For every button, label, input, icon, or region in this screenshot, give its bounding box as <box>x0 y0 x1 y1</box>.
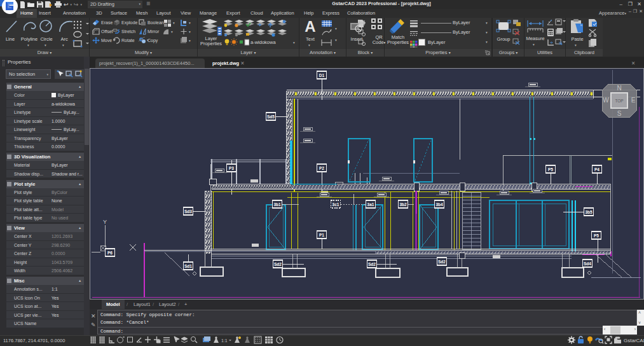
svg-text:Sd2: Sd2 <box>368 262 376 266</box>
svg-text:P3: P3 <box>229 166 234 170</box>
svg-text:TOP: TOP <box>615 99 623 103</box>
svg-text:Sd3: Sd3 <box>184 209 192 214</box>
svg-text:Sd5: Sd5 <box>267 114 275 119</box>
svg-text:Sd4: Sd4 <box>584 261 591 266</box>
svg-text:3b2: 3b2 <box>399 202 407 207</box>
svg-text:Sd2: Sd2 <box>438 260 446 264</box>
svg-text:P6: P6 <box>107 251 113 255</box>
svg-text:W: W <box>603 97 609 104</box>
svg-text:3c1: 3c1 <box>332 202 339 207</box>
svg-text:P5: P5 <box>594 233 599 238</box>
svg-text:P5: P5 <box>548 167 553 172</box>
svg-text:P4: P4 <box>594 167 599 172</box>
svg-text:3b1: 3b1 <box>273 202 281 207</box>
svg-text:N: N <box>617 85 621 92</box>
svg-text:Sd1: Sd1 <box>184 264 192 268</box>
svg-text:E: E <box>631 97 636 104</box>
svg-text:1:1: 1:1 <box>221 338 228 343</box>
svg-text:P2: P2 <box>319 166 324 170</box>
svg-text:3b4: 3b4 <box>435 202 443 207</box>
svg-text:3a1: 3a1 <box>367 202 374 207</box>
svg-text:S: S <box>617 110 622 117</box>
svg-text:Sd2: Sd2 <box>274 262 282 266</box>
svg-text:Y: Y <box>103 219 107 225</box>
svg-text:3b5: 3b5 <box>585 210 593 214</box>
svg-text:D1: D1 <box>319 73 325 78</box>
svg-text:P1: P1 <box>319 233 324 237</box>
